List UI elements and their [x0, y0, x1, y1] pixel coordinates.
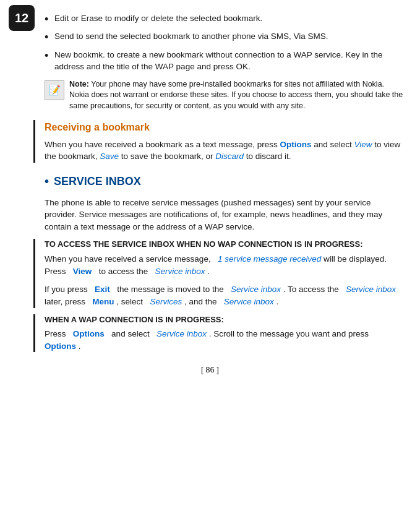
- bullet-dot-1: •: [45, 12, 54, 27]
- ab7: . To access the: [283, 285, 339, 294]
- wap-options-link2: Options: [45, 341, 76, 351]
- rb-body4: to save the bookmark, or: [121, 152, 213, 161]
- access-si-link3: Service inbox: [346, 285, 396, 294]
- rb-options-link: Options: [280, 140, 311, 149]
- access-si-link2: Service inbox: [231, 285, 281, 294]
- menu-link: Menu: [92, 297, 114, 306]
- chapter-badge: 12: [9, 5, 35, 31]
- note-label: Note:: [69, 80, 89, 88]
- access-heading: TO ACCESS THE SERVICE INBOX WHEN NO WAP …: [45, 239, 405, 251]
- rb-body5: to discard it.: [246, 152, 291, 161]
- page-number: [ 86 ]: [0, 364, 420, 376]
- bullet-dot-2: •: [45, 30, 54, 45]
- service-inbox-heading-container: • SERVICE INBOX: [45, 173, 405, 191]
- ab10: , and the: [184, 297, 217, 306]
- service-inbox-intro: The phone is able to receive service mes…: [45, 197, 405, 233]
- receiving-bookmark-body: When you have received a bookmark as a t…: [45, 139, 405, 163]
- access-si-link4: Service inbox: [224, 297, 274, 306]
- ab3: to access the: [99, 267, 148, 276]
- bullet-dot-3: •: [45, 49, 54, 63]
- rb-discard-link: Discard: [215, 152, 244, 161]
- receiving-bookmark-section: Receiving a bookmark When you have recei…: [45, 120, 405, 162]
- page-container: 12 • Edit or Erase to modify or delete t…: [0, 0, 420, 524]
- wb3: . Scroll to the message you want and pre…: [209, 329, 369, 338]
- ab9: , select: [116, 297, 143, 306]
- service-inbox-heading: SERVICE INBOX: [54, 173, 141, 189]
- bullet-item-2: • Send to send the selected bookmark to …: [45, 30, 405, 45]
- note-icon: [45, 80, 64, 100]
- note-body: Your phone may have some pre-installed b…: [69, 80, 403, 110]
- ab6: the message is moved to the: [117, 285, 224, 294]
- left-bar-wap: [33, 314, 35, 353]
- rb-body2: and select: [314, 140, 352, 149]
- ab1: When you have received a service message…: [45, 254, 211, 264]
- access-view-link: View: [73, 267, 92, 276]
- ab4: .: [207, 267, 210, 276]
- bullet-item-3: • New bookmk. to create a new bookmark w…: [45, 49, 405, 73]
- note-box: Note: Your phone may have some pre-insta…: [45, 79, 405, 112]
- wap-heading: WHEN A WAP CONNECTION IS IN PROGRESS:: [45, 314, 405, 326]
- bullet-text-2: Send to send the selected bookmark to an…: [54, 30, 405, 43]
- wap-si-link: Service inbox: [156, 329, 207, 338]
- chapter-number: 12: [15, 9, 28, 27]
- content-area: • Edit or Erase to modify or delete the …: [45, 6, 405, 352]
- rb-view-link: View: [354, 140, 372, 149]
- ab5: If you press: [45, 285, 88, 294]
- services-link: Services: [150, 297, 182, 306]
- rb-save-link: Save: [100, 152, 119, 161]
- access-section: TO ACCESS THE SERVICE INBOX WHEN NO WAP …: [45, 239, 405, 307]
- access-link1: 1 service message received: [218, 254, 321, 264]
- bullet-text-3: New bookmk. to create a new bookmark wit…: [54, 49, 405, 73]
- ab11: .: [276, 297, 279, 306]
- rb-body: When you have received a bookmark as a t…: [45, 140, 278, 149]
- receiving-bookmark-heading: Receiving a bookmark: [45, 120, 405, 134]
- wap-options-link: Options: [73, 329, 105, 338]
- wap-section: WHEN A WAP CONNECTION IS IN PROGRESS: Pr…: [45, 314, 405, 353]
- access-body-para1: When you have received a service message…: [45, 253, 405, 277]
- access-body-para2: If you press Exit the message is moved t…: [45, 283, 405, 307]
- bullet-text-1: Edit or Erase to modify or delete the se…: [54, 12, 405, 25]
- note-text: Note: Your phone may have some pre-insta…: [69, 79, 405, 112]
- wap-body: Press Options and select Service inbox .…: [45, 328, 405, 352]
- wb2: and select: [111, 329, 150, 338]
- wb1: Press: [45, 329, 66, 338]
- wb4: .: [79, 341, 81, 351]
- left-bar-access: [33, 239, 35, 307]
- exit-link: Exit: [95, 285, 110, 294]
- left-bar-receiving: [33, 120, 35, 162]
- bullet-item-1: • Edit or Erase to modify or delete the …: [45, 12, 405, 27]
- access-si-link1: Service inbox: [155, 267, 205, 276]
- service-inbox-bullet: •: [45, 173, 49, 191]
- ab8: later, press: [45, 297, 85, 306]
